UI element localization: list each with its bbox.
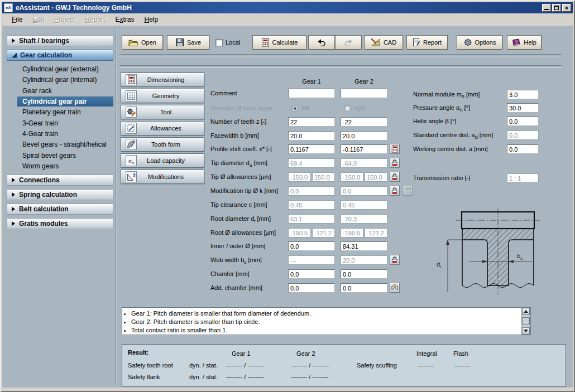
add-chamfer-gear2-input[interactable] — [341, 283, 387, 293]
menu-help[interactable]: Help — [139, 14, 163, 25]
scrollbar-thumb[interactable] — [522, 317, 530, 325]
add-chamfer-option-button[interactable] — [390, 283, 400, 293]
facewidth-label: Facewidth b [mm] — [210, 131, 259, 141]
comment-label: Comment — [210, 89, 237, 98]
dimensioning-button[interactable]: Dimensioning — [121, 72, 204, 87]
chamfer-gear1-input[interactable] — [288, 269, 335, 279]
normal-module-input[interactable] — [507, 90, 539, 99]
comment-gear2-input[interactable] — [341, 89, 387, 98]
sidebar-item-planetary-gear-train[interactable]: Planetary gear train — [7, 107, 113, 117]
geometry-button[interactable]: Geometry — [121, 89, 204, 103]
collapsed-triangle-icon — [12, 207, 15, 211]
report-button[interactable]: Report — [406, 35, 448, 50]
sidebar-section-shaft-bearings[interactable]: Shaft / bearings — [7, 35, 113, 46]
sidebar-item-cylindrical-gear-internal[interactable]: Cylindrical gear (internal) — [7, 75, 113, 85]
tip-diameter-lock-button[interactable] — [390, 158, 400, 168]
transmission-ratio-input — [507, 173, 539, 183]
arrow-down-icon — [524, 330, 528, 332]
root-allowances-label: Root Ø allowances [µm] — [210, 228, 276, 238]
profile-shift-gear1-input[interactable] — [288, 144, 335, 154]
tip-allowance-gear1-lower-input — [312, 172, 335, 182]
helix-angle-label: Helix angle β [°] — [413, 117, 456, 126]
save-button[interactable]: Save — [167, 35, 209, 50]
root-diameter-gear1-input — [288, 214, 335, 224]
menu-file[interactable]: File — [7, 14, 27, 25]
root-allowance-gear1-lower-input — [312, 228, 335, 238]
profile-shift-gear2-input[interactable] — [341, 144, 387, 154]
load-capacity-button[interactable]: σx Load capacity — [121, 153, 204, 168]
working-centre-distance-label: Working centre dist. a [mm] — [413, 144, 488, 154]
working-centre-distance-input[interactable] — [507, 144, 539, 154]
grid-icon — [126, 90, 137, 101]
separator-groove — [119, 65, 562, 67]
chamfer-gear2-input[interactable] — [341, 269, 387, 279]
sidebar-item-worm-gears[interactable]: Worm gears — [7, 161, 113, 171]
menu-extras[interactable]: Extras — [110, 14, 139, 25]
open-button[interactable]: Open — [122, 35, 163, 50]
facewidth-gear2-input[interactable] — [341, 131, 387, 141]
web-width-gear2-input — [341, 255, 387, 265]
expanded-triangle-icon — [12, 53, 17, 58]
result-gear2-header: Gear 2 — [296, 350, 315, 357]
safety-flank-gear1-value: -------- / -------- — [226, 374, 264, 380]
pressure-angle-input[interactable] — [507, 103, 539, 113]
app-icon: eA — [4, 3, 13, 12]
teeth-gear2-input[interactable] — [341, 117, 387, 127]
close-button[interactable]: × — [562, 4, 571, 12]
web-width-lock-button[interactable] — [390, 255, 400, 265]
facewidth-gear1-input[interactable] — [288, 131, 335, 141]
profile-shift-calculator-button[interactable] — [390, 144, 400, 154]
sidebar-section-spring-calculation[interactable]: Spring calculation — [7, 189, 113, 200]
sidebar-item-bevel-gears[interactable]: Bevel gears - straight/helical — [7, 139, 113, 149]
options-button[interactable]: Options — [457, 35, 502, 50]
teeth-gear1-input[interactable] — [288, 117, 335, 127]
local-checkbox[interactable] — [215, 39, 223, 46]
safety-flank-mode: dyn. / stat. — [189, 374, 218, 380]
tooth-form-button[interactable]: Tooth form — [121, 137, 204, 152]
redo-icon — [344, 38, 353, 46]
add-chamfer-label: Add. chamfer [mm] — [210, 283, 262, 293]
standard-centre-distance-label: Standard centre dist. ad [mm] — [413, 130, 493, 140]
calculate-button[interactable]: Calculate — [252, 35, 306, 50]
save-floppy-icon — [175, 38, 184, 47]
helix-angle-input[interactable] — [507, 117, 539, 126]
scroll-up-button[interactable] — [522, 308, 530, 315]
messages-box: Gear 1: Pitch diameter is smaller that f… — [122, 307, 531, 335]
inner-outer-gear1-input[interactable] — [288, 241, 335, 251]
small-calculator-icon — [391, 145, 399, 153]
tip-diameter-gear2-input — [341, 158, 387, 168]
sidebar-section-gratis-modules[interactable]: Gratis modules — [7, 218, 113, 229]
safety-tooth-root-gear2-value: -------- / -------- — [291, 362, 329, 369]
modification-tip-lock-button[interactable] — [390, 186, 400, 196]
sidebar-section-connections[interactable]: Connections — [7, 175, 113, 186]
scroll-down-button[interactable] — [522, 327, 530, 335]
sidebar-item-4-gear-train[interactable]: 4-Gear train — [7, 129, 113, 139]
sidebar-item-spiral-bevel-gears[interactable]: Spiral bevel gears — [7, 151, 113, 161]
lock-icon — [391, 173, 399, 181]
help-button[interactable]: ? Help — [507, 35, 542, 50]
sidebar-item-cylindrical-gear-external[interactable]: Cylindrical gear (external) — [7, 64, 113, 74]
undo-button[interactable] — [308, 35, 335, 50]
tip-allowances-lock-button[interactable] — [390, 172, 400, 182]
modifications-button[interactable]: Modifications — [121, 170, 204, 184]
gear2-column-header: Gear 2 — [341, 78, 387, 85]
minimize-button[interactable] — [542, 4, 551, 12]
report-document-icon — [413, 38, 420, 47]
cad-button[interactable]: CAD — [364, 35, 403, 50]
tool-button[interactable]: Tool — [121, 105, 204, 119]
sidebar-item-gear-rack[interactable]: Gear rack — [7, 86, 113, 96]
sidebar-item-3-gear-train[interactable]: 3-Gear train — [7, 118, 113, 128]
maximize-button[interactable] — [552, 4, 561, 12]
svg-text:σ: σ — [128, 158, 132, 164]
comment-gear1-input[interactable] — [288, 89, 335, 98]
web-width-gear1-input — [288, 255, 335, 265]
sidebar-section-belt-calculation[interactable]: Belt calculation — [7, 204, 113, 215]
allowances-button[interactable]: Allowances — [121, 121, 204, 135]
messages-scrollbar[interactable] — [521, 308, 530, 335]
add-chamfer-gear1-input[interactable] — [288, 283, 335, 293]
sidebar-item-cylindrical-gear-pair[interactable]: Cylindrical gear pair — [17, 96, 113, 107]
sidebar-section-gear-calculation[interactable]: Gear calculation — [7, 50, 113, 61]
safety-tooth-root-label: Safety tooth root — [128, 362, 173, 369]
separator-groove — [119, 54, 562, 56]
inner-outer-gear2-input[interactable] — [341, 241, 387, 251]
